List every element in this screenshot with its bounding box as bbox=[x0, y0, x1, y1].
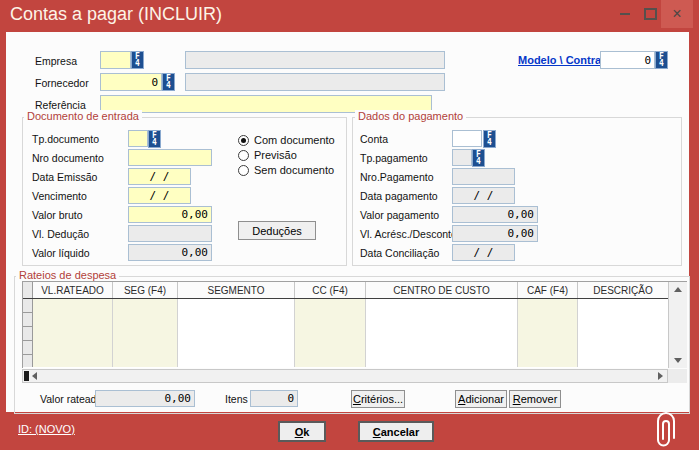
vencimento-label: Vencimento bbox=[32, 190, 87, 202]
maximize-icon bbox=[644, 8, 657, 20]
radio-label: Sem documento bbox=[254, 164, 334, 176]
id-novo-link[interactable]: ID: (NOVO) bbox=[18, 423, 75, 435]
modelo-contrato-input[interactable]: 0 bbox=[600, 51, 655, 69]
valor-bruto-input[interactable]: 0,00 bbox=[128, 206, 212, 223]
data-conciliacao-label: Data Conciliação bbox=[360, 247, 439, 259]
nro-pagamento-label: Nro.Pagamento bbox=[360, 171, 434, 183]
nro-documento-label: Nro documento bbox=[32, 152, 104, 164]
cancel-button[interactable]: Cancelar bbox=[358, 421, 434, 442]
ok-button[interactable]: Ok bbox=[278, 421, 326, 442]
radio-circle-icon[interactable] bbox=[238, 165, 249, 176]
radio-label: Previsão bbox=[254, 149, 297, 161]
criterios-button[interactable]: Critérios... bbox=[351, 390, 405, 408]
tp-pagamento-label: Tp.pagamento bbox=[360, 152, 428, 164]
deducoes-button[interactable]: Deduções bbox=[238, 221, 316, 240]
dados-pagamento-title: Dados do pagamento bbox=[355, 110, 466, 122]
scroll-left-icon[interactable] bbox=[32, 372, 37, 380]
scroll-up-icon[interactable] bbox=[674, 287, 682, 292]
modelo-contrato-link[interactable]: Modelo \ Contrato bbox=[518, 54, 612, 66]
itens-input: 0 bbox=[250, 390, 298, 407]
vencimento-input[interactable]: / / bbox=[128, 187, 191, 204]
empresa-input[interactable] bbox=[100, 51, 131, 69]
scroll-down-icon[interactable] bbox=[674, 358, 682, 363]
empresa-f4-button[interactable]: F4 bbox=[131, 51, 144, 69]
rateios-grid-body[interactable] bbox=[23, 299, 669, 367]
grid-body-column[interactable] bbox=[33, 299, 113, 367]
data-conciliacao-input: / / bbox=[452, 244, 515, 261]
contas-a-pagar-window: Contas a pagar (INCLUIR) × Empresa F4 Mo… bbox=[0, 0, 699, 450]
grid-column-header: SEG (F4) bbox=[113, 282, 178, 298]
radio-label: Com documento bbox=[254, 134, 335, 146]
scrollbar-corner bbox=[668, 369, 687, 383]
vl-acresc-desconto-input: 0,00 bbox=[452, 225, 538, 242]
valor-liquido-label: Valor líquido bbox=[32, 247, 90, 259]
valor-pagamento-label: Valor pagamento bbox=[360, 209, 439, 221]
grid-column-header: DESCRIÇÃO bbox=[578, 282, 669, 298]
radio-previs-o[interactable]: Previsão bbox=[238, 148, 297, 162]
fornecedor-display bbox=[185, 73, 445, 91]
valor-bruto-label: Valor bruto bbox=[32, 209, 83, 221]
radio-com-documento[interactable]: Com documento bbox=[238, 133, 335, 147]
adicionar-button[interactable]: Adicionar bbox=[455, 390, 507, 408]
grid-vertical-scrollbar[interactable] bbox=[668, 282, 687, 368]
close-button[interactable]: × bbox=[661, 0, 693, 28]
fornecedor-label: Fornecedor bbox=[35, 77, 89, 89]
radio-sem-documento[interactable]: Sem documento bbox=[238, 163, 334, 177]
fornecedor-input[interactable]: 0 bbox=[100, 73, 162, 91]
minimize-button[interactable] bbox=[613, 0, 637, 28]
vl-deducao-input bbox=[128, 225, 212, 242]
vl-deducao-label: Vl. Dedução bbox=[32, 228, 89, 240]
grid-body-column[interactable] bbox=[178, 299, 295, 367]
conta-label: Conta bbox=[360, 133, 388, 145]
conta-input[interactable] bbox=[452, 130, 482, 147]
grid-column-header: VL.RATEADO bbox=[33, 282, 113, 298]
documento-entrada-title: Documento de entrada bbox=[24, 110, 142, 122]
grid-horizontal-scrollbar[interactable] bbox=[22, 369, 668, 383]
radio-circle-icon[interactable] bbox=[238, 150, 249, 161]
scrollbar-thumb[interactable] bbox=[24, 371, 29, 381]
grid-body-column[interactable] bbox=[578, 299, 669, 367]
itens-label: Itens bbox=[225, 393, 248, 405]
data-emissao-input[interactable]: / / bbox=[128, 168, 191, 185]
nro-pagamento-input bbox=[452, 168, 515, 185]
grid-column-header: CC (F4) bbox=[295, 282, 366, 298]
grid-body-column[interactable] bbox=[113, 299, 178, 367]
grid-column-header: CAF (F4) bbox=[518, 282, 578, 298]
maximize-button[interactable] bbox=[638, 0, 662, 28]
rateios-grid-header: VL.RATEADOSEG (F4)SEGMENTOCC (F4)CENTRO … bbox=[23, 282, 669, 299]
conta-f4-button[interactable]: F4 bbox=[483, 130, 496, 148]
attachment-paperclip-icon[interactable] bbox=[654, 412, 678, 448]
tp-pagamento-input bbox=[452, 149, 472, 166]
modelo-contrato-f4-button[interactable]: F4 bbox=[655, 51, 668, 69]
rateios-title: Rateios de despesa bbox=[16, 269, 119, 281]
valor-rateado-input: 0,00 bbox=[95, 390, 195, 407]
grid-column-header: SEGMENTO bbox=[178, 282, 295, 298]
radio-circle-icon[interactable] bbox=[238, 135, 249, 146]
data-pagamento-label: Data pagamento bbox=[360, 190, 438, 202]
scroll-right-icon[interactable] bbox=[658, 372, 663, 380]
empresa-label: Empresa bbox=[35, 55, 77, 67]
minimize-icon bbox=[620, 13, 630, 15]
close-icon: × bbox=[672, 5, 681, 23]
grid-corner-cell bbox=[23, 282, 33, 298]
valor-liquido-input: 0,00 bbox=[128, 244, 212, 261]
tp-documento-input[interactable] bbox=[128, 130, 148, 147]
vl-acresc-desconto-label: Vl. Acrésc./Desconto bbox=[360, 228, 457, 240]
tp-documento-label: Tp.documento bbox=[32, 133, 99, 145]
fornecedor-f4-button[interactable]: F4 bbox=[162, 73, 175, 91]
tp-documento-f4-button[interactable]: F4 bbox=[148, 130, 161, 148]
grid-body-column[interactable] bbox=[518, 299, 578, 367]
data-emissao-label: Data Emissão bbox=[32, 171, 97, 183]
grid-column-header: CENTRO DE CUSTO bbox=[366, 282, 518, 298]
valor-rateado-label: Valor rateado bbox=[40, 393, 102, 405]
grid-body-column[interactable] bbox=[295, 299, 366, 367]
grid-row-header-column bbox=[23, 299, 33, 367]
valor-pagamento-input: 0,00 bbox=[452, 206, 538, 223]
grid-body-column[interactable] bbox=[366, 299, 518, 367]
nro-documento-input[interactable] bbox=[128, 149, 212, 166]
remover-button[interactable]: Remover bbox=[509, 390, 561, 408]
data-pagamento-input: / / bbox=[452, 187, 515, 204]
empresa-display bbox=[185, 51, 445, 69]
rateios-grid[interactable]: VL.RATEADOSEG (F4)SEGMENTOCC (F4)CENTRO … bbox=[22, 281, 687, 368]
tp-pagamento-f4-button[interactable]: F4 bbox=[472, 149, 485, 167]
